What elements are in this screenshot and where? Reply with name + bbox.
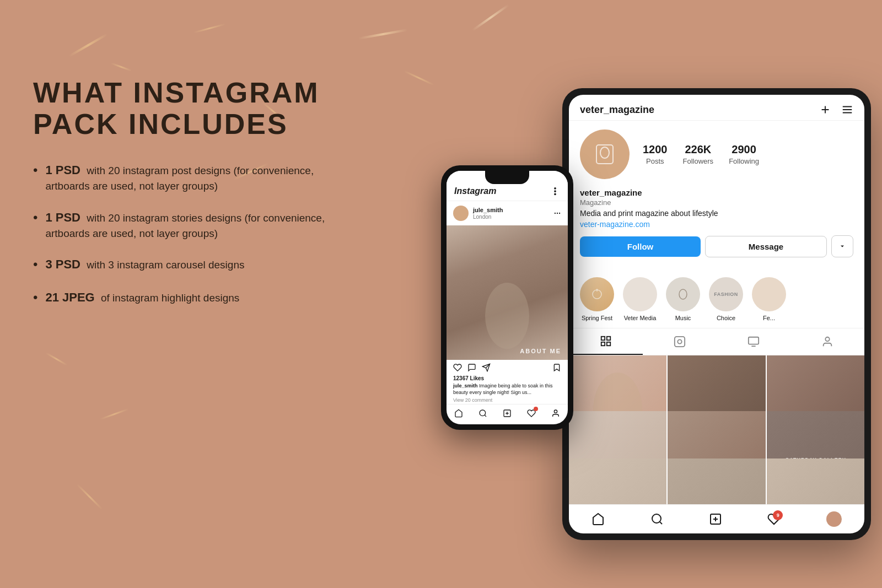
ig-profile-category: Magazine (580, 198, 853, 207)
svg-point-8 (480, 410, 486, 416)
feature-keyword-1: 1 PSD (45, 163, 80, 177)
grid-cell-7[interactable] (569, 458, 666, 504)
highlight-fe[interactable]: Fe... (752, 277, 786, 321)
grid-icon (600, 335, 612, 347)
phone-device: Instagram jule_smith London (441, 165, 573, 430)
follow-button[interactable]: Follow (580, 236, 701, 257)
feature-desc-1: with 20 instagram post designs (for conv… (45, 165, 314, 192)
following-count: 2900 (729, 143, 759, 156)
ig-profile-section: 1200 Posts 226K Followers 2900 Following (569, 121, 864, 273)
nav-profile[interactable] (826, 511, 842, 527)
play-icon (674, 336, 686, 348)
highlight-music[interactable]: Music (666, 277, 700, 321)
tablet-screen: veter_magazine (569, 95, 864, 533)
phone-post-header: jule_smith London (447, 201, 568, 225)
phone-likes: 12367 Likes (447, 375, 568, 382)
phone-profile-icon[interactable] (551, 409, 560, 418)
tab-grid[interactable] (569, 328, 643, 355)
feature-keyword-3: 3 PSD (45, 257, 80, 271)
ig-stat-posts: 1200 Posts (643, 143, 668, 166)
svg-point-1 (555, 191, 556, 192)
posts-count: 1200 (643, 143, 668, 156)
feature-keyword-4: 21 JPEG (45, 290, 94, 304)
feature-list: 1 PSD with 20 instagram post designs (fo… (33, 162, 342, 306)
highlight-label-1: Spring Fest (582, 315, 612, 321)
feature-item-2: 1 PSD with 20 instagram stories designs … (33, 209, 342, 241)
like-icon[interactable] (453, 363, 462, 372)
nav-activity[interactable]: 9 (767, 513, 781, 526)
phone-username: jule_smith (473, 207, 503, 214)
ig-profile-top: 1200 Posts 226K Followers 2900 Following (580, 130, 853, 179)
ig-stats: 1200 Posts 226K Followers 2900 Following (643, 143, 759, 166)
highlight-circle-5 (752, 277, 786, 311)
highlight-choice[interactable]: FASHION Choice (709, 277, 743, 321)
more-icon (550, 186, 560, 196)
svg-rect-26 (601, 342, 605, 346)
ig-profile-link[interactable]: veter-magazine.com (580, 220, 853, 229)
followers-label: Followers (683, 157, 714, 165)
phone-comments: View 20 comment (447, 396, 568, 404)
phone-post-image: ABOUT ME (447, 225, 568, 360)
comment-icon[interactable] (467, 363, 476, 372)
left-content: WHAT INSTAGRAM PACK INCLUDES 1 PSD with … (33, 77, 342, 322)
three-dots-icon (553, 209, 561, 217)
tablet-device: veter_magazine (562, 88, 871, 540)
highlight-label-4: Choice (717, 315, 735, 321)
plus-icon (709, 513, 722, 526)
followers-count: 226K (683, 143, 714, 156)
add-post-icon[interactable] (819, 104, 831, 116)
chevron-down-icon (839, 243, 846, 250)
phone-search-icon[interactable] (478, 409, 487, 418)
phone-screen: Instagram jule_smith London (447, 171, 568, 424)
grid-cell-8[interactable] (668, 458, 765, 504)
message-button[interactable]: Message (705, 236, 827, 257)
svg-rect-25 (607, 337, 610, 340)
feature-desc-2: with 20 instagram stories designs (for c… (45, 212, 325, 239)
svg-point-29 (677, 339, 681, 343)
ig-username-header: veter_magazine (580, 104, 654, 116)
avatar (580, 130, 630, 179)
phone-actions (447, 360, 568, 375)
svg-point-32 (825, 337, 829, 341)
highlight-circle-1 (580, 277, 614, 311)
nav-search[interactable] (650, 513, 664, 526)
svg-point-23 (679, 289, 687, 299)
dropdown-button[interactable] (831, 235, 853, 257)
feature-item-1: 1 PSD with 20 instagram post designs (fo… (33, 162, 342, 193)
notification-dot (534, 407, 538, 411)
phone-home-icon[interactable] (454, 409, 463, 418)
highlight-veter-media[interactable]: Veter Media (623, 277, 657, 321)
svg-line-9 (485, 415, 486, 417)
svg-rect-19 (596, 145, 613, 164)
svg-point-4 (557, 213, 558, 214)
phone-add-icon[interactable] (503, 409, 512, 418)
tab-tagged[interactable] (790, 328, 864, 355)
following-label: Following (729, 157, 759, 165)
feature-desc-3: with 3 instagram carousel designs (87, 259, 244, 271)
nav-add[interactable] (709, 513, 722, 526)
svg-point-3 (555, 213, 556, 214)
share-icon[interactable] (482, 363, 491, 372)
highlight-spring-fest[interactable]: Spring Fest (580, 277, 614, 321)
svg-rect-28 (675, 337, 685, 347)
feature-keyword-2: 1 PSD (45, 211, 80, 224)
posts-label: Posts (646, 157, 664, 165)
home-icon (591, 513, 605, 526)
ig-grid: HOW TO WRITE STUNNING STORIES IN 10 DAYS… (569, 355, 864, 504)
highlight-circle-4: FASHION (709, 277, 743, 311)
menu-icon[interactable] (841, 104, 853, 116)
tab-reels[interactable] (643, 328, 717, 355)
tv-icon (747, 336, 760, 348)
nav-home[interactable] (591, 513, 605, 526)
activity-badge: 9 (773, 510, 783, 520)
grid-cell-9[interactable] (767, 458, 864, 504)
ig-bottom-nav: 9 (569, 504, 864, 533)
tab-igtv[interactable] (717, 328, 790, 355)
tag-icon (821, 336, 833, 348)
svg-rect-27 (607, 342, 610, 346)
save-icon[interactable] (552, 363, 561, 372)
phone-location: London (473, 214, 503, 220)
feature-item-4: 21 JPEG of instagram highlight designs (33, 289, 342, 307)
svg-point-5 (559, 213, 560, 214)
search-icon (650, 513, 664, 526)
